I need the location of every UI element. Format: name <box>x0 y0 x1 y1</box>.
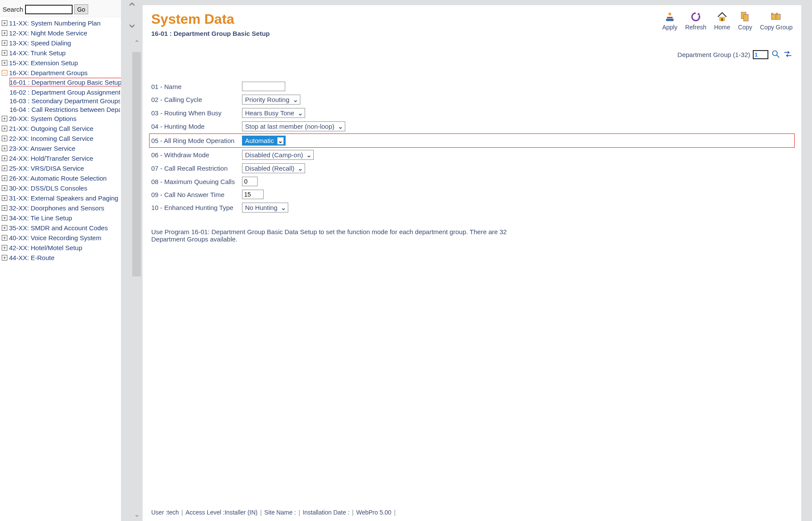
tree-item[interactable]: +15-XX: Extension Setup <box>1 58 120 68</box>
select-dropdown[interactable]: Priority Routing⌄ <box>242 95 300 105</box>
expand-icon[interactable]: + <box>2 116 7 121</box>
tree-item[interactable]: +25-XX: VRS/DISA Service <box>1 163 120 173</box>
expand-icon[interactable]: + <box>2 126 7 131</box>
chevron-down-icon: ⌄ <box>306 152 312 159</box>
settings-form: 01 - Name02 - Calling CyclePriority Rout… <box>151 78 793 216</box>
home-button[interactable]: Home <box>714 11 730 31</box>
copy-button[interactable]: Copy <box>738 11 752 31</box>
tree-item[interactable]: +23-XX: Answer Service <box>1 143 120 153</box>
tree-item[interactable]: +30-XX: DSS/DLS Consoles <box>1 183 120 193</box>
tree-item[interactable]: +11-XX: System Numbering Plan <box>1 18 120 28</box>
expand-icon[interactable]: + <box>2 156 7 161</box>
expand-icon[interactable]: + <box>2 146 7 151</box>
title-block: System Data 16-01 : Department Group Bas… <box>151 11 270 37</box>
scrollbar-down-icon[interactable]: ⌄ <box>132 510 141 518</box>
svg-point-11 <box>773 51 777 56</box>
toolbar: Apply Refresh Home Copy <box>662 11 793 31</box>
form-row: 01 - Name <box>151 82 793 91</box>
tree-item[interactable]: +34-XX: Tie Line Setup <box>1 213 120 223</box>
tree-item[interactable]: +26-XX: Automatic Route Selection <box>1 173 120 183</box>
expand-icon[interactable]: + <box>2 60 7 66</box>
text-input[interactable] <box>242 177 258 186</box>
copy-group-button[interactable]: Copy Group <box>760 11 793 31</box>
select-value: Hears Busy Tone <box>245 109 294 117</box>
tree-sub-item[interactable]: 16-01 : Department Group Basic Setup <box>10 78 121 86</box>
scrollbar-thumb[interactable] <box>132 52 141 276</box>
select-dropdown[interactable]: Automatic⌄ <box>242 136 286 146</box>
content-panel: System Data 16-01 : Department Group Bas… <box>143 5 801 521</box>
expand-icon[interactable]: + <box>2 50 7 56</box>
tree-item[interactable]: +21-XX: Outgoing Call Service <box>1 124 120 133</box>
text-input[interactable] <box>242 82 285 91</box>
department-input[interactable] <box>753 50 768 59</box>
collapse-icon[interactable]: − <box>2 70 7 76</box>
tree-item[interactable]: +42-XX: Hotel/Motel Setup <box>1 243 120 253</box>
nav-tree: +11-XX: System Numbering Plan+12-XX: Nig… <box>0 17 121 521</box>
tree-item[interactable]: +24-XX: Hold/Transfer Service <box>1 153 120 163</box>
select-dropdown[interactable]: Disabled (Recall)⌄ <box>242 163 305 173</box>
expand-icon[interactable]: + <box>2 185 7 191</box>
scrollbar-up-icon[interactable]: ⌃ <box>132 39 141 47</box>
page-title: System Data <box>151 11 270 27</box>
expand-icon[interactable]: + <box>2 245 7 251</box>
tree-item[interactable]: +44-XX: E-Route <box>1 253 120 263</box>
copy-icon <box>739 11 751 22</box>
search-icon[interactable] <box>771 49 780 60</box>
expand-icon[interactable]: + <box>2 136 7 141</box>
tree-item[interactable]: +32-XX: Doorphones and Sensors <box>1 203 120 213</box>
expand-icon[interactable]: + <box>2 165 7 171</box>
expand-icon[interactable]: + <box>2 205 7 211</box>
expand-icon[interactable]: + <box>2 175 7 181</box>
select-dropdown[interactable]: No Hunting⌄ <box>242 203 288 213</box>
form-label: 09 - Call No Answer Time <box>151 191 238 198</box>
tree-item-label: 40-XX: Voice Recording System <box>9 234 101 241</box>
tree-item[interactable]: −16-XX: Department Groups <box>1 68 120 78</box>
tree-item[interactable]: +35-XX: SMDR and Account Codes <box>1 223 120 233</box>
scroll-up-outer-icon[interactable]: ⌃ <box>127 0 137 16</box>
form-row: 07 - Call Recall RestrictionDisabled (Re… <box>151 163 793 173</box>
tree-sub-item[interactable]: 16-03 : Secondary Department Groups <box>10 96 120 105</box>
expand-icon[interactable]: + <box>2 225 7 231</box>
text-input[interactable] <box>242 190 264 199</box>
home-icon <box>716 11 728 22</box>
tree-item[interactable]: +22-XX: Incoming Call Service <box>1 133 120 143</box>
refresh-button[interactable]: Refresh <box>685 11 706 31</box>
search-input[interactable] <box>25 5 73 14</box>
tree-item[interactable]: +20-XX: System Options <box>1 114 120 124</box>
tree-item-label: 35-XX: SMDR and Account Codes <box>9 224 108 232</box>
search-row: Search Go <box>0 0 121 17</box>
tree-item[interactable]: +13-XX: Speed Dialing <box>1 38 120 48</box>
footer-product: WebPro 5.00 <box>356 509 391 516</box>
tree-item-label: 14-XX: Trunk Setup <box>9 49 66 57</box>
svg-rect-2 <box>666 19 673 21</box>
select-dropdown[interactable]: Disabled (Camp-on)⌄ <box>242 150 314 160</box>
expand-icon[interactable]: + <box>2 195 7 201</box>
description-text: Use Program 16-01: Department Group Basi… <box>151 228 540 243</box>
tree-item-label: 13-XX: Speed Dialing <box>9 39 71 47</box>
expand-icon[interactable]: + <box>2 215 7 221</box>
chevron-down-icon: ⌄ <box>298 165 303 172</box>
tree-item[interactable]: +12-XX: Night Mode Service <box>1 28 120 38</box>
select-dropdown[interactable]: Stop at last member (non-loop)⌄ <box>242 121 345 131</box>
svg-point-0 <box>669 13 672 16</box>
tree-item[interactable]: +14-XX: Trunk Setup <box>1 48 120 58</box>
expand-icon[interactable]: + <box>2 40 7 46</box>
sidebar: Search Go +11-XX: System Numbering Plan+… <box>0 0 121 521</box>
form-row: 05 - All Ring Mode OperationAutomatic⌄ <box>150 135 793 146</box>
footer-install-label: Installation Date : <box>303 509 349 516</box>
select-dropdown[interactable]: Hears Busy Tone⌄ <box>242 108 305 118</box>
tree-item[interactable]: +31-XX: External Speakers and Paging <box>1 193 120 203</box>
apply-button[interactable]: Apply <box>662 11 677 31</box>
expand-icon[interactable]: + <box>2 255 7 260</box>
tree-sub-item[interactable]: 16-04 : Call Restrictions between Depart… <box>10 105 120 114</box>
form-label: 08 - Maximum Queuing Calls <box>151 178 238 185</box>
tree-item[interactable]: +40-XX: Voice Recording System <box>1 233 120 243</box>
expand-icon[interactable]: + <box>2 20 7 26</box>
expand-icon[interactable]: + <box>2 235 7 241</box>
scroll-down-outer-icon[interactable]: ⌄ <box>127 16 137 31</box>
expand-icon[interactable]: + <box>2 30 7 36</box>
tree-sub-item[interactable]: 16-02 : Department Group Assignment fo <box>10 88 120 96</box>
search-go-button[interactable]: Go <box>74 4 89 14</box>
prev-next-icon[interactable] <box>783 49 793 60</box>
form-label: 07 - Call Recall Restriction <box>151 165 238 172</box>
